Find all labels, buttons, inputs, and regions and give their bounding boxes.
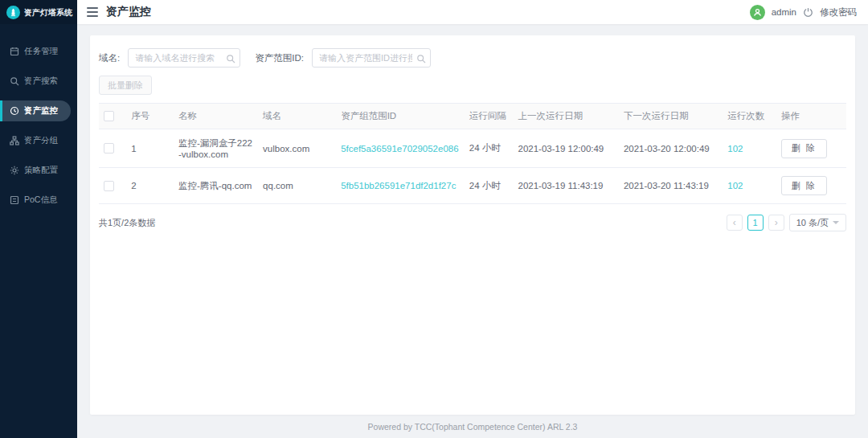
run-count-link[interactable]: 102 <box>727 144 743 154</box>
cell-domain: qq.com <box>258 168 336 204</box>
delete-button[interactable]: 删 除 <box>781 176 827 195</box>
group-icon <box>10 136 19 145</box>
main-area: 资产监控 admin 修改密码 域名: 资产范围ID: <box>77 0 868 438</box>
scope-filter <box>312 48 431 68</box>
content: 域名: 资产范围ID: 批量删除 <box>77 24 868 438</box>
col-domain: 域名 <box>258 104 336 129</box>
cell-name: 监控-漏洞盒子222-vulbox.com <box>174 129 258 168</box>
gear-icon <box>10 166 19 175</box>
app-title: 资产灯塔系统 <box>24 7 72 18</box>
sidebar-item-task-management[interactable]: 任务管理 <box>0 41 71 62</box>
pagination-controls: ‹ 1 › 10 条/页 <box>727 214 846 231</box>
footer: Powered by TCC(Tophant Competence Center… <box>90 415 855 438</box>
col-scope-id: 资产组范围ID <box>336 104 465 129</box>
col-name: 名称 <box>174 104 258 129</box>
logout-icon[interactable] <box>803 7 813 18</box>
sidebar-item-asset-monitoring[interactable]: 资产监控 <box>0 100 71 121</box>
col-action: 操作 <box>776 104 846 129</box>
monitor-icon <box>10 106 19 116</box>
app-logo: 资产灯塔系统 <box>0 0 77 24</box>
prev-page-button[interactable]: ‹ <box>727 215 743 231</box>
filter-bar: 域名: 资产范围ID: <box>99 48 846 68</box>
scope-filter-label: 资产范围ID: <box>255 52 304 64</box>
domain-filter-label: 域名: <box>99 52 120 64</box>
table-row: 1 监控-漏洞盒子222-vulbox.com vulbox.com 5fcef… <box>99 129 846 168</box>
domain-search-input[interactable] <box>128 48 240 68</box>
cell-next-run: 2021-03-20 12:00:49 <box>619 129 723 168</box>
cell-domain: vulbox.com <box>258 129 336 168</box>
page-size-select[interactable]: 10 条/页 <box>789 214 846 231</box>
sidebar-item-label: PoC信息 <box>24 194 57 206</box>
sidebar-item-label: 策略配置 <box>24 165 58 176</box>
scope-id-link[interactable]: 5fcef5a36591e7029052e086 <box>341 144 458 154</box>
row-checkbox[interactable] <box>104 181 114 191</box>
sidebar-nav: 任务管理 资产搜索 资产监控 资产分组 策略配置 PoC信息 <box>0 37 77 215</box>
page-title: 资产监控 <box>106 5 151 19</box>
table-row: 2 监控-腾讯-qq.com qq.com 5fb51bb26591e71df2… <box>99 168 846 204</box>
monitoring-table: 序号 名称 域名 资产组范围ID 运行间隔 上一次运行日期 下一次运行日期 运行… <box>99 103 846 204</box>
pagination: 共1页/2条数据 ‹ 1 › 10 条/页 <box>99 214 846 231</box>
sidebar-item-label: 资产监控 <box>24 105 58 117</box>
sidebar-item-strategy-config[interactable]: 策略配置 <box>0 160 71 181</box>
page-size-value: 10 条/页 <box>796 217 829 229</box>
sidebar-item-poc-info[interactable]: PoC信息 <box>0 190 71 211</box>
lighthouse-logo-icon <box>6 6 20 19</box>
row-checkbox[interactable] <box>104 143 114 154</box>
select-all-checkbox[interactable] <box>104 111 114 121</box>
search-icon[interactable] <box>416 52 426 62</box>
sidebar-item-label: 资产分组 <box>24 135 58 146</box>
delete-button[interactable]: 删 除 <box>781 139 827 158</box>
col-run-count: 运行次数 <box>723 104 776 129</box>
cell-next-run: 2021-03-20 11:43:19 <box>619 168 723 204</box>
col-last-run: 上一次运行日期 <box>513 104 618 129</box>
table-header-row: 序号 名称 域名 资产组范围ID 运行间隔 上一次运行日期 下一次运行日期 运行… <box>99 104 846 129</box>
run-count-link[interactable]: 102 <box>727 181 743 190</box>
sidebar-item-asset-search[interactable]: 资产搜索 <box>0 71 71 92</box>
cell-last-run: 2021-03-19 11:43:19 <box>513 168 618 204</box>
username[interactable]: admin <box>772 7 796 17</box>
cell-interval: 24 小时 <box>465 168 514 204</box>
sidebar-item-asset-group[interactable]: 资产分组 <box>0 130 71 151</box>
top-bar: 资产监控 admin 修改密码 <box>77 0 868 24</box>
avatar[interactable] <box>750 5 765 20</box>
sidebar-item-label: 资产搜索 <box>24 76 58 87</box>
cell-index: 1 <box>126 129 174 168</box>
sidebar-item-label: 任务管理 <box>24 46 58 57</box>
domain-filter <box>128 48 240 68</box>
menu-toggle-icon[interactable] <box>87 7 98 17</box>
footer-text: Powered by TCC(Tophant Competence Center… <box>368 422 578 432</box>
next-page-button[interactable]: › <box>768 215 784 231</box>
chevron-down-icon <box>833 221 839 224</box>
monitoring-card: 域名: 资产范围ID: 批量删除 <box>90 35 855 415</box>
cell-last-run: 2021-03-19 12:00:49 <box>513 129 618 168</box>
search-icon[interactable] <box>226 52 235 62</box>
pagination-summary: 共1页/2条数据 <box>99 217 155 229</box>
topbar-right: admin 修改密码 <box>750 5 857 20</box>
search-icon <box>10 76 19 86</box>
cell-name: 监控-腾讯-qq.com <box>174 168 258 204</box>
col-next-run: 下一次运行日期 <box>619 104 723 129</box>
col-interval: 运行间隔 <box>465 104 514 129</box>
cell-interval: 24 小时 <box>465 129 514 168</box>
cell-index: 2 <box>126 168 174 204</box>
scope-id-search-input[interactable] <box>312 48 431 68</box>
current-page-button[interactable]: 1 <box>747 215 764 231</box>
scope-id-link[interactable]: 5fb51bb26591e71df2d1f27c <box>341 181 456 190</box>
poc-icon <box>10 195 19 205</box>
change-password-link[interactable]: 修改密码 <box>820 6 857 18</box>
col-index: 序号 <box>126 104 174 129</box>
batch-delete-button[interactable]: 批量删除 <box>99 76 152 95</box>
task-icon <box>10 47 19 56</box>
sidebar: 资产灯塔系统 任务管理 资产搜索 资产监控 资产分组 策略配置 PoC信息 <box>0 0 77 438</box>
